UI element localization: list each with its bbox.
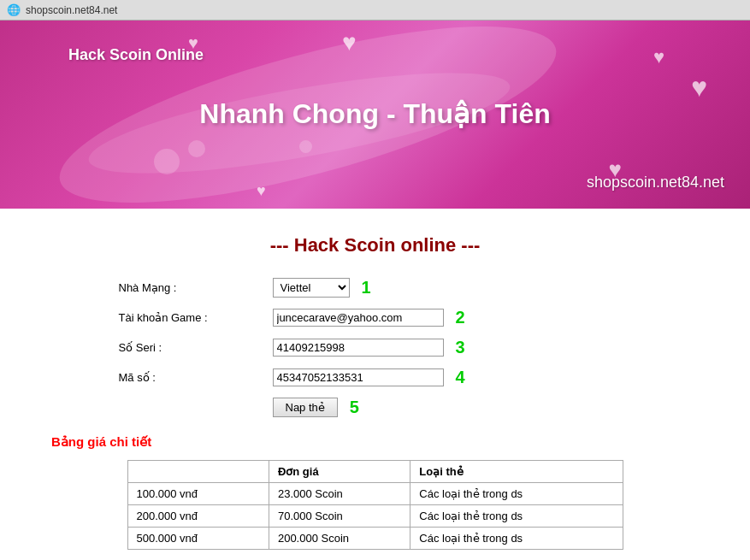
napthe-controls: Nap thẻ 5 bbox=[273, 398, 359, 417]
heart-icon-6: ♥ bbox=[257, 182, 266, 200]
price-row-3-loaithe: Các loại thẻ trong ds bbox=[410, 528, 623, 550]
ma-so-step: 4 bbox=[456, 368, 465, 387]
bubble-2 bbox=[188, 140, 205, 157]
price-row-3: 500.000 vnđ 200.000 Scoin Các loại thẻ t… bbox=[127, 528, 623, 550]
price-row-1-menhgia: 100.000 vnđ bbox=[127, 483, 269, 505]
banner: Hack Scoin Online Nhanh Chong - Thuận Ti… bbox=[0, 21, 750, 209]
price-col-header-empty bbox=[127, 461, 269, 483]
tai-khoan-controls: 2 bbox=[273, 308, 465, 327]
ma-so-row: Mã số : 4 bbox=[119, 368, 632, 387]
tai-khoan-row: Tài khoản Game : 2 bbox=[119, 308, 632, 327]
bubble-3 bbox=[299, 140, 312, 153]
page-heading: --- Hack Scoin online --- bbox=[51, 234, 699, 256]
bubble-1 bbox=[154, 149, 180, 174]
banner-title: Hack Scoin Online bbox=[68, 46, 204, 64]
ma-so-label: Mã số : bbox=[119, 371, 273, 384]
so-seri-controls: 3 bbox=[273, 338, 465, 357]
price-row-3-dongia: 200.000 Scoin bbox=[269, 528, 410, 550]
napthe-step: 5 bbox=[350, 398, 359, 417]
so-seri-label: Số Seri : bbox=[119, 341, 273, 354]
nha-mang-row: Nhà Mạng : Viettel Mobifone Vinaphone 1 bbox=[119, 278, 632, 298]
banner-domain: shopscoin.net84.net bbox=[587, 174, 724, 192]
ma-so-controls: 4 bbox=[273, 368, 465, 387]
tai-khoan-input[interactable] bbox=[273, 309, 444, 327]
so-seri-input[interactable] bbox=[273, 339, 444, 357]
nha-mang-controls: Viettel Mobifone Vinaphone 1 bbox=[273, 278, 371, 298]
heart-icon-1: ♥ bbox=[188, 33, 198, 53]
price-table: Đơn giá Loại thẻ 100.000 vnđ 23.000 Scoi… bbox=[127, 460, 623, 550]
price-row-1-loaithe: Các loại thẻ trong ds bbox=[410, 483, 623, 505]
price-row-1: 100.000 vnđ 23.000 Scoin Các loại thẻ tr… bbox=[127, 483, 623, 505]
price-table-header-row: Đơn giá Loại thẻ bbox=[127, 461, 623, 483]
napthe-button[interactable]: Nap thẻ bbox=[273, 398, 338, 417]
browser-tab: shopscoin.net84.net bbox=[26, 4, 117, 16]
price-row-3-menhgia: 500.000 vnđ bbox=[127, 528, 269, 550]
ma-so-input[interactable] bbox=[273, 368, 444, 386]
tai-khoan-label: Tài khoản Game : bbox=[119, 311, 273, 324]
heart-icon-2: ♥ bbox=[342, 29, 357, 56]
price-table-body: 100.000 vnđ 23.000 Scoin Các loại thẻ tr… bbox=[127, 483, 623, 550]
napthe-row: Nap thẻ 5 bbox=[119, 398, 632, 417]
so-seri-step: 3 bbox=[456, 338, 465, 357]
price-col-header-dongia: Đơn giá bbox=[269, 461, 410, 483]
nha-mang-step: 1 bbox=[362, 278, 371, 298]
browser-chrome: 🌐 shopscoin.net84.net bbox=[0, 0, 750, 21]
nha-mang-select[interactable]: Viettel Mobifone Vinaphone bbox=[273, 278, 350, 298]
price-col-header-loaithe: Loại thẻ bbox=[410, 461, 623, 483]
so-seri-row: Số Seri : 3 bbox=[119, 338, 632, 357]
banner-subtitle: Nhanh Chong - Thuận Tiên bbox=[199, 97, 550, 130]
price-row-2: 200.000 vnđ 70.000 Scoin Các loại thẻ tr… bbox=[127, 505, 623, 528]
heart-icon-4: ♥ bbox=[691, 72, 707, 103]
heart-icon-3: ♥ bbox=[653, 46, 664, 68]
browser-favicon: 🌐 bbox=[7, 3, 21, 16]
price-section-title: Bảng giá chi tiết bbox=[51, 434, 699, 450]
price-row-2-menhgia: 200.000 vnđ bbox=[127, 505, 269, 528]
tai-khoan-step: 2 bbox=[456, 308, 465, 327]
price-row-1-dongia: 23.000 Scoin bbox=[269, 483, 410, 505]
main-content: --- Hack Scoin online --- Nhà Mạng : Vie… bbox=[0, 209, 750, 560]
page-wrapper: Hack Scoin Online Nhanh Chong - Thuận Ti… bbox=[0, 21, 750, 560]
form-section: Nhà Mạng : Viettel Mobifone Vinaphone 1 … bbox=[119, 278, 632, 417]
price-row-2-loaithe: Các loại thẻ trong ds bbox=[410, 505, 623, 528]
heart-icon-5: ♥ bbox=[609, 156, 622, 183]
price-row-2-dongia: 70.000 Scoin bbox=[269, 505, 410, 528]
nha-mang-label: Nhà Mạng : bbox=[119, 281, 273, 294]
